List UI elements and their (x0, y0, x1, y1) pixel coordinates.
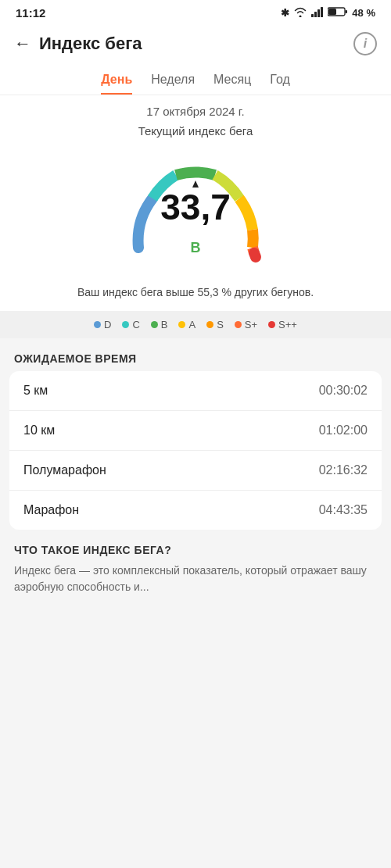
bluetooth-icon: ✱ (281, 7, 289, 19)
legend-label-Splus: S+ (245, 319, 257, 330)
svg-rect-0 (311, 14, 314, 17)
svg-rect-1 (314, 12, 317, 17)
tab-month[interactable]: Месяц (213, 73, 251, 95)
tab-day[interactable]: День (101, 73, 132, 95)
battery-percent: 48 % (352, 7, 375, 19)
gauge-value: 33,7 (160, 186, 231, 228)
what-is-text: Индекс бега — это комплексный показатель… (0, 563, 391, 608)
legend-A: A (178, 319, 196, 330)
row-halfmarathon-value: 02:16:32 (319, 463, 368, 477)
table-row: 5 км 00:30:02 (9, 371, 382, 411)
svg-rect-5 (328, 9, 336, 15)
row-5km-label: 5 км (23, 384, 48, 398)
tab-year[interactable]: Год (270, 73, 289, 95)
table-row: Марафон 04:43:35 (9, 491, 382, 530)
header-left: ← Индекс бега (14, 34, 142, 54)
expected-time-header: ОЖИДАЕМОЕ ВРЕМЯ (0, 338, 391, 371)
legend-dot-Splusplus (268, 321, 275, 328)
legend-B: B (151, 319, 168, 330)
battery-icon (328, 6, 348, 20)
table-row: 10 км 01:02:00 (9, 411, 382, 451)
back-button[interactable]: ← (14, 34, 31, 54)
legend-dot-D (94, 321, 101, 328)
page-title: Индекс бега (39, 34, 142, 54)
tab-week[interactable]: Неделя (151, 73, 195, 95)
legend-label-D: D (104, 319, 111, 330)
legend-dot-C (122, 321, 129, 328)
legend-label-C: C (132, 319, 139, 330)
legend-label-S: S (217, 319, 224, 330)
legend: D C B A S S+ S++ (0, 311, 391, 338)
status-bar: 11:12 ✱ 48 % (0, 0, 391, 24)
gauge-container: 33,7 B (102, 152, 289, 261)
legend-dot-Splus (235, 321, 242, 328)
row-10km-value: 01:02:00 (319, 423, 368, 438)
legend-dot-B (151, 321, 158, 328)
gauge-section: 33,7 B (0, 144, 391, 277)
legend-label-A: A (188, 319, 196, 330)
date-label: 17 октября 2024 г. (0, 95, 391, 121)
tab-bar: День Неделя Месяц Год (0, 66, 391, 95)
subtitle-label: Текущий индекс бега (0, 121, 391, 144)
what-is-header: ЧТО ТАКОЕ ИНДЕКС БЕГА? (0, 530, 391, 563)
legend-C: C (122, 319, 139, 330)
legend-label-B: B (161, 319, 168, 330)
legend-S: S (206, 319, 224, 330)
legend-dot-S (206, 321, 213, 328)
header: ← Индекс бега i (0, 24, 391, 66)
status-time: 11:12 (16, 6, 45, 20)
svg-rect-3 (321, 7, 323, 17)
row-10km-label: 10 км (23, 423, 55, 438)
info-text: Ваш индекс бега выше 55,3 % других бегун… (0, 277, 391, 311)
row-marathon-value: 04:43:35 (319, 503, 368, 517)
legend-dot-A (178, 321, 185, 328)
expected-time-card: 5 км 00:30:02 10 км 01:02:00 Полумарафон… (9, 371, 382, 530)
status-icons: ✱ 48 % (281, 6, 375, 20)
row-marathon-label: Марафон (23, 503, 79, 517)
svg-rect-6 (346, 10, 348, 13)
legend-D: D (94, 319, 111, 330)
table-row: Полумарафон 02:16:32 (9, 451, 382, 491)
info-button[interactable]: i (353, 32, 377, 55)
row-5km-value: 00:30:02 (319, 384, 368, 398)
svg-rect-2 (317, 9, 320, 17)
legend-Splusplus: S++ (268, 319, 297, 330)
legend-label-Splusplus: S++ (278, 319, 297, 330)
row-halfmarathon-label: Полумарафон (23, 463, 106, 477)
legend-Splus: S+ (235, 319, 257, 330)
signal-icon (311, 6, 324, 20)
wifi-icon (293, 6, 307, 20)
gauge-grade: B (191, 240, 201, 256)
